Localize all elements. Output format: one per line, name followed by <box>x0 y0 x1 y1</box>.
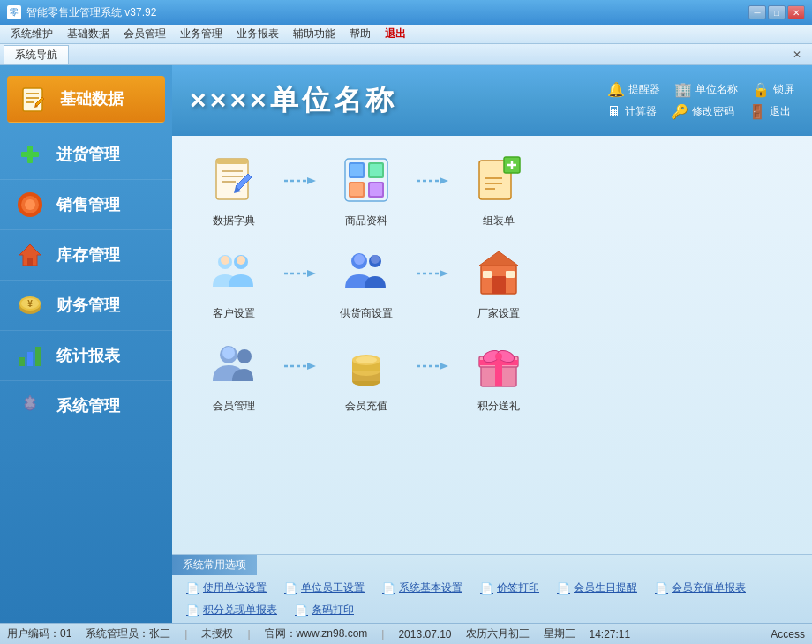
svg-marker-34 <box>440 177 448 184</box>
svg-marker-54 <box>479 251 518 266</box>
ql-staffset[interactable]: 📄 单位员工设置 <box>277 579 372 597</box>
status-db: Access <box>771 628 805 640</box>
tool-company-label: 单位名称 <box>695 82 738 97</box>
menu-item-business[interactable]: 业务管理 <box>173 25 229 43</box>
ql-unitset-label: 使用单位设置 <box>203 580 267 595</box>
sidebar-item-finance[interactable]: ¥ 财务管理 <box>0 281 172 331</box>
ql-pointreport[interactable]: 📄 积分兑现单报表 <box>179 601 284 619</box>
gift-label: 积分送礼 <box>477 399 520 414</box>
sidebar-label-finance: 财务管理 <box>56 295 120 316</box>
sidebar: 基础数据 进货管理 销售管理 <box>0 65 172 623</box>
module-dict[interactable]: 数据字典 <box>199 154 269 228</box>
ql-rechargereport-icon: 📄 <box>655 582 668 595</box>
assembly-icon <box>472 154 525 206</box>
arrow-6 <box>415 356 450 380</box>
menu-item-assist[interactable]: 辅助功能 <box>286 25 342 43</box>
exit-icon: 🚪 <box>748 103 766 120</box>
header-tools-row2: 🖩 计算器 🔑 修改密码 🚪 退出 <box>607 103 794 120</box>
gift-icon <box>472 339 525 392</box>
minimize-button[interactable]: ─ <box>748 5 766 19</box>
tool-password[interactable]: 🔑 修改密码 <box>671 103 734 120</box>
svg-rect-31 <box>370 164 382 176</box>
menu-item-help[interactable]: 帮助 <box>342 25 378 43</box>
sidebar-label-sales: 销售管理 <box>56 194 120 215</box>
svg-rect-17 <box>35 347 41 366</box>
sidebar-item-sales[interactable]: 销售管理 <box>0 180 172 230</box>
tool-reminder-label: 提醒器 <box>628 82 660 97</box>
menu-item-member[interactable]: 会员管理 <box>117 25 173 43</box>
main-area: 基础数据 进货管理 销售管理 <box>0 65 812 623</box>
ql-priceprint-icon: 📄 <box>480 582 493 595</box>
ql-pointreport-label: 积分兑现单报表 <box>203 603 277 618</box>
svg-text:¥: ¥ <box>27 299 33 309</box>
svg-rect-5 <box>27 146 33 163</box>
sidebar-item-stock[interactable]: 库存管理 <box>0 230 172 281</box>
ql-unitset[interactable]: 📄 使用单位设置 <box>179 579 274 597</box>
ql-rechargereport[interactable]: 📄 会员充值单报表 <box>648 579 753 597</box>
ql-barcodeprint[interactable]: 📄 条码打印 <box>288 601 361 619</box>
module-member[interactable]: 会员管理 <box>199 339 269 414</box>
tool-calc[interactable]: 🖩 计算器 <box>607 103 657 120</box>
restore-button[interactable]: □ <box>768 5 786 19</box>
header-tools-row1: 🔔 提醒器 🏢 单位名称 🔒 锁屏 <box>607 81 794 98</box>
ql-staffset-icon: 📄 <box>284 582 297 595</box>
customer-label: 客户设置 <box>213 306 255 321</box>
tool-reminder[interactable]: 🔔 提醒器 <box>607 81 660 98</box>
modules-area: 数据字典 <box>172 136 812 554</box>
status-date: 2013.07.10 <box>398 628 451 640</box>
svg-rect-33 <box>370 183 382 196</box>
menu-item-report[interactable]: 业务报表 <box>229 25 286 43</box>
sidebar-item-system[interactable]: 系统管理 <box>0 381 172 431</box>
content-area: ××××单位名称 🔔 提醒器 🏢 单位名称 🔒 锁屏 <box>172 65 812 623</box>
sidebar-item-base[interactable]: 基础数据 <box>7 76 165 123</box>
app-title: 智能零售业管理系统 v37.92 <box>26 5 156 20</box>
svg-marker-52 <box>440 270 448 277</box>
status-divider-3: | <box>381 628 384 640</box>
arrow-5 <box>282 356 318 380</box>
dict-icon <box>207 154 260 206</box>
tool-company[interactable]: 🏢 单位名称 <box>674 81 738 98</box>
menu-bar: 系统维护 基础数据 会员管理 业务管理 业务报表 辅助功能 帮助 退出 <box>0 25 812 44</box>
menu-item-base[interactable]: 基础数据 <box>60 25 117 43</box>
module-goods[interactable]: 商品资料 <box>331 154 402 228</box>
ql-sysset[interactable]: 📄 系统基本设置 <box>375 579 470 597</box>
arrow-1 <box>282 170 318 195</box>
svg-marker-24 <box>307 177 316 184</box>
module-assembly[interactable]: 组装单 <box>463 154 534 228</box>
ql-barcodeprint-label: 条码打印 <box>312 603 354 618</box>
svg-marker-47 <box>307 270 316 277</box>
sidebar-item-stats[interactable]: 统计报表 <box>0 331 172 381</box>
assembly-label: 组装单 <box>483 213 515 228</box>
module-gift[interactable]: 积分送礼 <box>463 339 534 414</box>
tab-nav[interactable]: 系统导航 <box>4 45 69 64</box>
coin-icon: ¥ <box>14 289 46 321</box>
tool-lock[interactable]: 🔒 锁屏 <box>752 81 794 98</box>
menu-item-system[interactable]: 系统维护 <box>4 25 60 43</box>
header-tools: 🔔 提醒器 🏢 单位名称 🔒 锁屏 🖩 计算器 <box>607 81 794 120</box>
title-bar: 零 智能零售业管理系统 v37.92 ─ □ ✕ <box>0 0 812 25</box>
ql-pointreport-icon: 📄 <box>186 604 199 617</box>
ql-birthday[interactable]: 📄 会员生日提醒 <box>550 579 644 597</box>
status-weekday: 星期三 <box>544 626 575 641</box>
module-factory[interactable]: 厂家设置 <box>463 246 534 321</box>
module-recharge[interactable]: 会员充值 <box>331 339 402 414</box>
svg-point-60 <box>237 349 252 363</box>
module-supplier[interactable]: 供货商设置 <box>331 246 402 321</box>
close-button[interactable]: ✕ <box>787 5 805 19</box>
sidebar-label-purchase: 进货管理 <box>56 144 120 165</box>
tool-calc-label: 计算器 <box>625 104 657 119</box>
menu-item-exit[interactable]: 退出 <box>378 25 413 43</box>
tab-close-button[interactable]: ✕ <box>786 49 808 61</box>
status-user-code: 用户编码：01 <box>7 626 71 641</box>
sidebar-item-purchase[interactable]: 进货管理 <box>0 130 172 180</box>
tool-exit[interactable]: 🚪 退出 <box>748 103 791 120</box>
status-user-name: 系统管理员：张三 <box>86 626 170 641</box>
modules-row-2: 客户设置 <box>199 246 786 321</box>
svg-rect-30 <box>350 164 363 176</box>
status-divider-2: | <box>247 628 250 640</box>
module-customer[interactable]: 客户设置 <box>199 246 269 321</box>
goods-icon <box>340 154 393 206</box>
lock-icon: 🔒 <box>752 81 770 98</box>
ql-priceprint-label: 价签打印 <box>497 580 539 595</box>
ql-priceprint[interactable]: 📄 价签打印 <box>473 579 546 597</box>
